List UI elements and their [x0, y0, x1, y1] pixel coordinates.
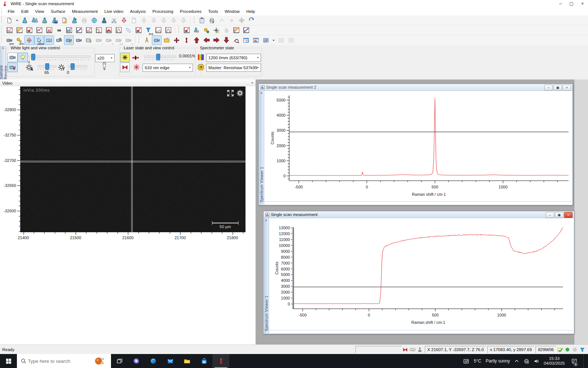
live-video-button[interactable]	[152, 35, 162, 45]
toolbar-grip[interactable]	[178, 26, 180, 34]
noise-spectrum-button[interactable]	[104, 25, 114, 35]
region-zoom-button[interactable]	[133, 25, 143, 35]
video-settings-gear-icon[interactable]	[236, 89, 244, 97]
chart-settings-button[interactable]	[182, 25, 191, 35]
trend-line-button[interactable]	[74, 25, 84, 35]
link-views-button[interactable]	[123, 25, 133, 35]
measurement-setup-button[interactable]	[40, 15, 50, 25]
menu-surface[interactable]: Surface	[47, 8, 69, 15]
spectrum-window-1-titlebar[interactable]: Single scan measurement – ▣ ×	[263, 211, 574, 218]
overlay-trend-button[interactable]	[241, 25, 251, 35]
taskbar-search[interactable]	[17, 354, 111, 368]
spectrum1-minimize-button[interactable]: –	[546, 212, 554, 218]
search-highlight-planet-icon[interactable]	[94, 356, 104, 366]
video-expand-icon[interactable]	[227, 89, 234, 97]
edit-template-button[interactable]	[60, 15, 69, 25]
weather-desc[interactable]: Partly sunny	[485, 358, 510, 364]
stage-camera-xy-button[interactable]: (XY)	[4, 35, 14, 45]
stage-up-button[interactable]	[191, 35, 201, 45]
new-measurement-button[interactable]	[4, 15, 14, 25]
smooth-curve-button[interactable]	[114, 25, 123, 35]
queue-import-button[interactable]	[119, 15, 129, 25]
toolbar-grip[interactable]	[1, 36, 3, 44]
stage-move-xy-button[interactable]	[172, 35, 182, 45]
window-maximize-button[interactable]: ▢	[566, 0, 577, 7]
measure-distance-button[interactable]	[142, 35, 152, 45]
live-acquisition-button[interactable]	[14, 25, 24, 35]
new-measurement-caret[interactable]	[14, 15, 20, 25]
overlay-spectra-button[interactable]	[84, 25, 94, 35]
stage-origin-button[interactable]	[24, 35, 34, 45]
delta-analysis-button[interactable]: δ	[94, 25, 104, 35]
edge-button[interactable]	[145, 354, 162, 368]
aperture-slider[interactable]	[37, 65, 57, 67]
copilot-button[interactable]	[128, 354, 145, 368]
tray-expand-chevron-icon[interactable]	[514, 358, 519, 364]
toolbar-grip[interactable]	[194, 17, 196, 24]
task-view-button[interactable]	[111, 354, 128, 368]
run-queue-button[interactable]	[30, 15, 40, 25]
menu-analysis[interactable]: Analysis	[127, 8, 149, 15]
spectrum-window-1[interactable]: Single scan measurement – ▣ × × Spectrum…	[263, 211, 574, 334]
stage-step-size-button[interactable]: 10µ	[44, 35, 54, 45]
menu-measurement[interactable]: Measurement	[69, 8, 101, 15]
sample-review-close-icon[interactable]: ×	[2, 47, 4, 50]
video-export-button[interactable]	[54, 35, 64, 45]
mail-button[interactable]	[162, 354, 179, 368]
spectrum-window-2[interactable]: Single scan measurement 2 – ▣ × × Spectr…	[258, 84, 573, 205]
process-flask-gears-button[interactable]	[191, 25, 201, 35]
detector-select[interactable]: Master: Renishaw 537k99▼	[206, 64, 261, 72]
spectrum1-tab-close-icon[interactable]: ×	[265, 219, 267, 222]
video-live-view[interactable]: inVia 200ms 50 µm	[20, 86, 245, 232]
lamp-intensity-slider[interactable]	[29, 56, 90, 58]
map-setup-caret[interactable]	[271, 35, 276, 45]
toolbar-grip[interactable]	[1, 26, 3, 34]
region-select-button[interactable]	[24, 25, 34, 35]
wire-app-taskbar-button[interactable]	[212, 354, 229, 368]
menu-window[interactable]: Window	[221, 8, 243, 15]
menu-processing[interactable]: Processing	[149, 8, 177, 15]
menu-procedures[interactable]: Procedures	[177, 8, 205, 15]
stage-cursor-move-button[interactable]: xd/yd	[34, 35, 44, 45]
speaker-icon[interactable]	[534, 358, 539, 364]
refresh-view-button[interactable]	[247, 15, 257, 25]
copy-to-clipboard-button[interactable]	[197, 15, 207, 25]
connect-globe-button[interactable]	[89, 15, 99, 25]
quick-measure-button[interactable]	[231, 25, 241, 35]
menu-edit[interactable]: Edit	[18, 8, 32, 15]
spectrum-acquisition-button[interactable]	[4, 25, 14, 35]
baseline-curve-button[interactable]	[163, 25, 173, 35]
auto-process-button[interactable]: i	[201, 25, 211, 35]
print-export-button[interactable]	[207, 15, 217, 25]
stage-move-z-button[interactable]	[182, 35, 191, 45]
filter-3x3-button[interactable]: 3×3	[143, 25, 153, 35]
curve-quotes-button[interactable]	[34, 25, 44, 35]
menu-tools[interactable]: Tools	[205, 8, 221, 15]
video-record-button[interactable]	[84, 35, 94, 45]
laser-wavelength-select[interactable]: 633 nm edge▼	[143, 64, 193, 72]
laser-view-camera-button[interactable]	[7, 63, 18, 72]
window-minimize-button[interactable]: –	[555, 0, 566, 7]
continuous-loop-button[interactable]: ∞	[54, 25, 64, 35]
spectrum1-close-button[interactable]: ×	[564, 212, 573, 218]
spectrum1-maximize-button[interactable]: ▣	[555, 212, 563, 218]
weather-temp[interactable]: 5°C	[474, 358, 481, 364]
spectrum-window-2-titlebar[interactable]: Single scan measurement 2 – ▣ ×	[259, 84, 573, 91]
show-desktop-button[interactable]	[583, 354, 585, 368]
zoom-to-region-button[interactable]	[231, 35, 241, 45]
search-input[interactable]	[27, 358, 80, 364]
toolbar-grip[interactable]	[139, 36, 140, 44]
run-measurement-button[interactable]	[20, 15, 30, 25]
file-explorer-button[interactable]	[179, 354, 196, 368]
sample-review-tab[interactable]: × Sample Review	[0, 46, 6, 79]
signature-curve-button[interactable]	[153, 25, 163, 35]
laser-power-slider[interactable]	[144, 56, 176, 58]
grating-select[interactable]: 1200 l/mm (633/780)▼	[206, 54, 261, 62]
stage-down-button[interactable]	[221, 35, 231, 45]
spectrum2-minimize-button[interactable]: –	[544, 85, 553, 91]
menu-live-video[interactable]: Live video	[101, 8, 127, 15]
video-camera-button[interactable]	[74, 35, 84, 45]
spectrum2-chart-area[interactable]: 010002000300040005000-50005001000CountsR…	[264, 91, 572, 201]
window-close-button[interactable]: ×	[577, 0, 588, 7]
align-crosshair-button[interactable]	[211, 25, 221, 35]
